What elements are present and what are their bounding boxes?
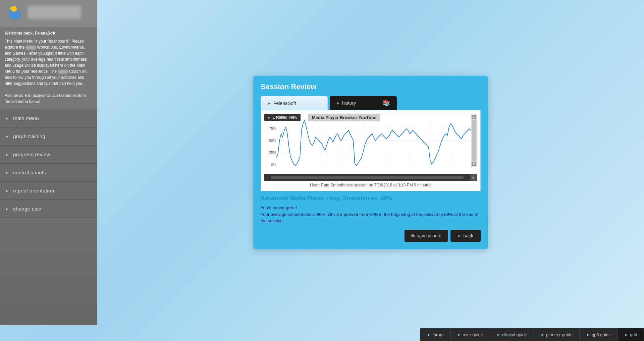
tab-history-left: ► history (336, 100, 356, 106)
toolbar-arrow-icon: ► (268, 116, 271, 119)
forum-label: forum (432, 332, 443, 337)
nav-label-change-user: change user (13, 206, 42, 212)
nav-label-main-menu: main menu (13, 115, 39, 121)
back-label: back (463, 233, 473, 238)
blurred-word-2 (58, 70, 68, 74)
feedback-text: You're doing great! Your average smoothn… (261, 205, 481, 224)
logo-area (5, 4, 93, 21)
sidebar-item-control-panels[interactable]: ► control panels (0, 164, 97, 182)
quit-label: quit (630, 332, 637, 337)
chart-x-right-button[interactable]: ► (470, 174, 477, 181)
bottom-btn-gp8-guide[interactable]: ► gp8 guide (580, 328, 618, 341)
back-arrow-icon: ► (458, 234, 462, 238)
quit-arrow-icon: ► (625, 333, 628, 337)
nav-label-graph-training: graph training (13, 133, 45, 139)
nav-arrow-progress-review: ► (5, 153, 9, 157)
scrollbar-track (472, 120, 476, 161)
pioneer-guide-label: pioneer guide (546, 332, 573, 337)
nav-arrow-main-menu: ► (5, 116, 9, 120)
chart-caption: Heart Rate Smoothness session on 7/16/20… (264, 183, 477, 187)
bottom-btn-forum[interactable]: ► forum (420, 328, 450, 341)
nav-label-repeat-orientation: repeat orientation (13, 188, 54, 193)
clinical-guide-label: clinical guide (502, 332, 527, 337)
main-content: Session Review ► FelenaSoft ► history 📚 (97, 0, 644, 325)
nav-arrow-change-user: ► (5, 207, 9, 211)
chart-inner: 100% 75% 50% 25% 0% (264, 114, 477, 174)
save-print-label: save & print (417, 233, 442, 238)
heart-rate-chart (276, 114, 471, 167)
welcome-body: This Main Menu is your "dashboard." Plea… (5, 38, 93, 105)
save-print-icon: 🖶 (411, 233, 415, 238)
feedback-line1: You're doing great! (261, 205, 481, 211)
chart-toolbar-label: Detailed View (273, 115, 297, 120)
logo-text (28, 6, 81, 19)
bottom-btn-pioneer-guide[interactable]: ► pioneer guide (534, 328, 580, 341)
chart-container: ► Detailed View Media Player Browser You… (261, 110, 481, 191)
history-book-icon: 📚 (383, 99, 390, 107)
tabs-row: ► FelenaSoft ► history 📚 (261, 96, 481, 110)
chart-scrollbar[interactable]: ▲ ▼ (471, 114, 477, 167)
nav-arrow-control-panels: ► (5, 171, 9, 175)
chart-overlay-label: Media Player Browser YouTube (308, 114, 380, 121)
scrollbar-up-button[interactable]: ▲ (472, 115, 476, 119)
sidebar-item-graph-training[interactable]: ► graph training (0, 127, 97, 146)
y-label-50: 50% (264, 138, 276, 143)
welcome-greeting: Welcome back, FelenaSoft! (5, 31, 93, 36)
user-guide-label: user guide (463, 332, 483, 337)
feedback-line2: Your average smoothness is 80%, which im… (261, 211, 481, 224)
smoothness-title: Advanced Media Player - Avg. Smoothness:… (261, 195, 481, 202)
tab-history[interactable]: ► history 📚 (330, 96, 397, 110)
sidebar-item-change-user[interactable]: ► change user (0, 200, 97, 218)
bottom-btn-quit[interactable]: ► quit (618, 328, 644, 341)
tab-felenasoft[interactable]: ► FelenaSoft (261, 96, 328, 110)
nav-label-progress-review: progress review (13, 152, 50, 157)
tab-felena-arrow: ► (268, 101, 271, 105)
clinical-guide-arrow-icon: ► (497, 333, 500, 337)
sidebar-item-progress-review[interactable]: ► progress review (0, 146, 97, 164)
bottom-nav: ► forum ► user guide ► clinical guide ► … (420, 328, 644, 341)
chart-x-axis: ► (264, 174, 477, 181)
tab-felena-label: FelenaSoft (273, 101, 296, 106)
sidebar-header (0, 0, 97, 27)
save-print-button[interactable]: 🖶 save & print (405, 230, 448, 242)
back-button[interactable]: ► back (450, 230, 481, 242)
blurred-word-1 (26, 46, 36, 50)
nav-arrow-repeat-orientation: ► (5, 189, 9, 193)
sidebar-item-main-menu[interactable]: ► main menu (0, 109, 97, 127)
sidebar-nav: ► main menu ► graph training ► progress … (0, 109, 97, 325)
sidebar: Welcome back, FelenaSoft! This Main Menu… (0, 0, 97, 325)
tab-history-label: history (342, 100, 356, 106)
gp8-guide-label: gp8 guide (592, 332, 611, 337)
chart-x-scrollbar[interactable] (271, 176, 464, 179)
sidebar-item-repeat-orientation[interactable]: ► repeat orientation (0, 182, 97, 200)
nav-label-control-panels: control panels (13, 170, 46, 175)
chart-toolbar-button[interactable]: ► Detailed View (264, 114, 301, 121)
session-title: Session Review (261, 82, 481, 91)
scrollbar-down-button[interactable]: ▼ (472, 162, 476, 166)
bottom-btn-user-guide[interactable]: ► user guide (451, 328, 490, 341)
tab-history-arrow: ► (336, 101, 340, 105)
user-guide-arrow-icon: ► (458, 333, 461, 337)
bottom-bar: ► forum ► user guide ► clinical guide ► … (0, 325, 644, 341)
nav-arrow-graph-training: ► (5, 134, 9, 138)
gp8-guide-arrow-icon: ► (586, 333, 590, 337)
y-label-25: 25% (264, 151, 276, 155)
y-label-75: 75% (264, 126, 276, 130)
sidebar-welcome-text: Welcome back, FelenaSoft! This Main Menu… (0, 27, 97, 109)
pioneer-guide-arrow-icon: ► (541, 333, 544, 337)
bottom-btn-clinical-guide[interactable]: ► clinical guide (490, 328, 534, 341)
app-logo-icon (5, 4, 25, 21)
session-review-panel: Session Review ► FelenaSoft ► history 📚 (253, 76, 488, 249)
action-buttons: 🖶 save & print ► back (261, 230, 481, 242)
svg-point-4 (13, 6, 16, 9)
chart-y-axis: 100% 75% 50% 25% 0% (264, 114, 276, 167)
forum-arrow-icon: ► (427, 333, 431, 337)
y-label-0: 0% (264, 163, 276, 167)
